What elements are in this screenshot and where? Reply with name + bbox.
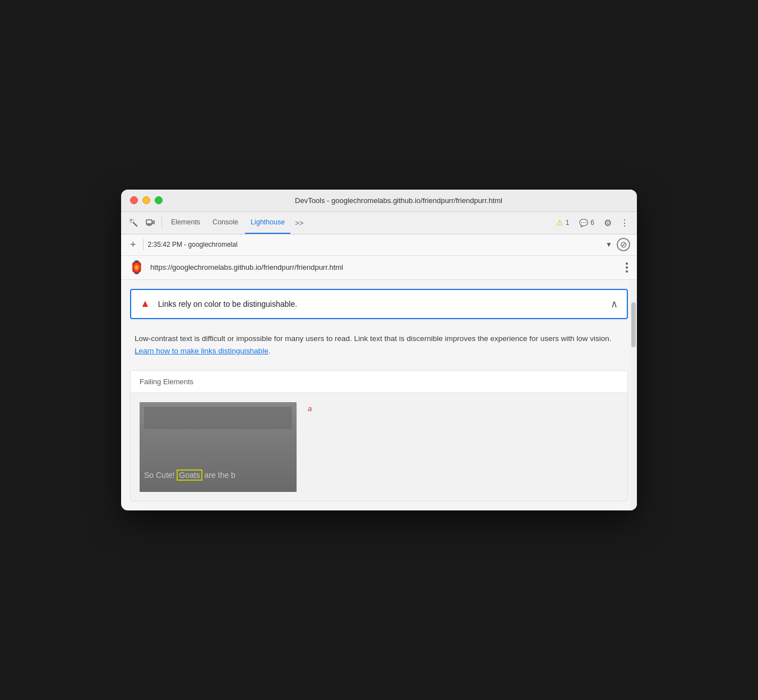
maximize-button[interactable] [155, 196, 163, 204]
selector-tool-icon[interactable] [126, 215, 141, 231]
traffic-lights [130, 196, 163, 204]
tab-elements[interactable]: Elements [165, 212, 206, 234]
close-button[interactable] [130, 196, 138, 204]
devtools-window: DevTools - googlechromelabs.github.io/fr… [121, 190, 637, 510]
audit-collapse-button[interactable]: ∧ [611, 298, 618, 310]
dropdown-button[interactable]: ▼ [606, 241, 612, 248]
main-content: ▲ Links rely on color to be distinguisha… [121, 280, 637, 510]
toolbar-url-display: 2:35:42 PM - googlechromelal [148, 241, 602, 248]
scrollbar-thumb[interactable] [631, 302, 636, 347]
svg-rect-1 [130, 219, 131, 222]
element-screenshot: So Cute! Goats are the b [140, 402, 297, 492]
chat-icon: 💬 [579, 219, 588, 227]
toolbar: + 2:35:42 PM - googlechromelal ▼ ⊘ [121, 234, 637, 256]
url-display: https://googlechromelabs.github.io/frien… [150, 263, 618, 271]
failing-elements-container: Failing Elements So Cute! Goats are the … [130, 370, 628, 501]
svg-rect-7 [153, 221, 155, 224]
tab-more-button[interactable]: >> [292, 219, 307, 227]
dot2 [626, 266, 628, 269]
warning-count: 1 [566, 219, 570, 227]
svg-rect-3 [130, 222, 133, 223]
svg-rect-4 [131, 220, 132, 221]
device-toolbar-icon[interactable] [142, 215, 158, 231]
scrollbar-track[interactable] [630, 280, 637, 510]
screenshot-text: So Cute! Goats are the b [144, 471, 235, 480]
tab-lighthouse[interactable]: Lighthouse [245, 212, 290, 234]
devtools-tabs: Elements Console Lighthouse >> ⚠ 1 💬 6 ⚙… [121, 212, 637, 234]
settings-button[interactable]: ⚙ [600, 215, 616, 231]
audit-description: Low-contrast text is difficult or imposs… [121, 328, 637, 370]
audit-title: Links rely on color to be distinguishabl… [158, 300, 611, 308]
tab-console[interactable]: Console [207, 212, 244, 234]
screenshot-highlighted-word: Goats [177, 469, 202, 481]
add-button[interactable]: + [128, 239, 138, 251]
svg-rect-6 [146, 220, 152, 224]
dot1 [626, 262, 628, 265]
title-bar: DevTools - googlechromelabs.github.io/fr… [121, 190, 637, 212]
more-options-button[interactable]: ⋮ [617, 215, 632, 231]
audit-fail-icon: ▲ [140, 298, 150, 310]
warning-badge[interactable]: ⚠ 1 [552, 217, 574, 228]
clear-button[interactable]: ⊘ [617, 238, 630, 251]
screenshot-text-after: are the b [202, 471, 235, 480]
failing-elements-body: So Cute! Goats are the b a [131, 393, 627, 501]
svg-rect-2 [133, 219, 134, 222]
screenshot-text-before: So Cute! [144, 471, 177, 480]
minimize-button[interactable] [142, 196, 150, 204]
audit-item-header[interactable]: ▲ Links rely on color to be distinguisha… [130, 289, 628, 319]
dot3 [626, 270, 628, 273]
lighthouse-brand-icon: 🏮 [128, 259, 145, 276]
url-more-options-button[interactable] [623, 260, 630, 275]
audit-learn-more-link[interactable]: Learn how to make links distinguishable [135, 347, 269, 355]
chat-count: 6 [590, 219, 594, 227]
window-title: DevTools - googlechromelabs.github.io/fr… [169, 196, 628, 205]
element-type-indicator: a [308, 402, 312, 413]
tab-divider-1 [161, 217, 162, 228]
warning-icon: ⚠ [556, 218, 563, 227]
failing-elements-header: Failing Elements [131, 371, 627, 393]
toolbar-divider [143, 239, 144, 250]
chat-badge[interactable]: 💬 6 [575, 218, 599, 228]
url-bar: 🏮 https://googlechromelabs.github.io/fri… [121, 256, 637, 280]
clear-icon: ⊘ [620, 240, 627, 250]
svg-line-5 [133, 223, 137, 226]
